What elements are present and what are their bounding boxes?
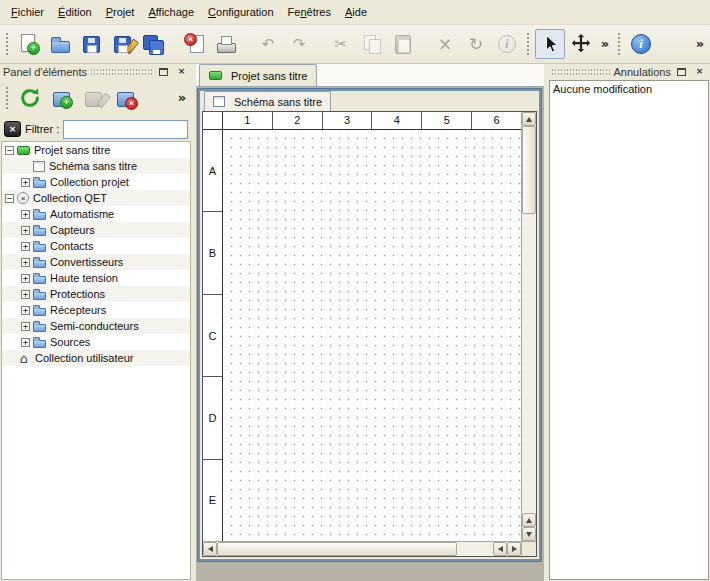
tree-item[interactable]: +Contacts bbox=[2, 238, 190, 254]
tree-item[interactable]: +Sources bbox=[2, 334, 190, 350]
row-ruler-label: B bbox=[203, 212, 222, 294]
tree-expander-minus[interactable]: − bbox=[5, 146, 14, 155]
copy-button bbox=[357, 29, 387, 59]
tree-item[interactable]: +Récepteurs bbox=[2, 302, 190, 318]
folder-icon bbox=[33, 276, 46, 284]
tree-item[interactable]: +Capteurs bbox=[2, 222, 190, 238]
dock-grip[interactable] bbox=[551, 67, 611, 76]
save-as-icon bbox=[111, 33, 133, 55]
rotate-button: ↻ bbox=[461, 29, 491, 59]
horizontal-scrollbar-track[interactable] bbox=[457, 542, 493, 556]
about-button[interactable] bbox=[626, 29, 656, 59]
schema-canvas[interactable] bbox=[223, 130, 521, 541]
scroll-left-button-2[interactable] bbox=[493, 542, 507, 556]
tree-item-label: Contacts bbox=[50, 240, 93, 252]
toolbar-drag-handle[interactable] bbox=[617, 32, 622, 56]
tree-item[interactable]: −×Collection QET bbox=[2, 190, 190, 206]
toolbar-drag-handle[interactable] bbox=[5, 86, 10, 110]
new-document-button[interactable] bbox=[14, 29, 44, 59]
scroll-right-button[interactable] bbox=[507, 542, 521, 556]
clear-filter-button[interactable]: × bbox=[4, 121, 21, 137]
close-document-button[interactable] bbox=[180, 29, 210, 59]
vertical-scrollbar[interactable] bbox=[521, 112, 536, 541]
save-all-button[interactable] bbox=[138, 29, 168, 59]
tree-item[interactable]: +Haute tension bbox=[2, 270, 190, 286]
mdi-area: Schéma sans titre 123456 AB bbox=[196, 87, 544, 581]
tree-expander-plus[interactable]: + bbox=[21, 210, 30, 219]
scroll-up-button-2[interactable] bbox=[522, 513, 536, 527]
tree-item-label: Projet sans titre bbox=[34, 144, 110, 156]
tree-item[interactable]: Schéma sans titre bbox=[2, 158, 190, 174]
open-document-button[interactable] bbox=[45, 29, 75, 59]
close-panel-button[interactable]: × bbox=[692, 65, 707, 78]
scroll-left-button[interactable] bbox=[203, 542, 217, 556]
tree-expander-plus[interactable]: + bbox=[21, 290, 30, 299]
close-panel-button[interactable]: × bbox=[174, 65, 189, 78]
undo-list: Aucune modification bbox=[549, 80, 709, 580]
filter-input[interactable] bbox=[63, 120, 188, 139]
folder-icon bbox=[33, 324, 46, 332]
scroll-down-button[interactable] bbox=[522, 527, 536, 541]
print-button[interactable] bbox=[211, 29, 241, 59]
toolbar-overflow-button[interactable]: » bbox=[597, 29, 613, 59]
float-panel-button[interactable] bbox=[674, 65, 689, 78]
toolbar-drag-handle[interactable] bbox=[526, 32, 531, 56]
menu-projet[interactable]: Projet bbox=[99, 2, 142, 22]
menu-fenetres[interactable]: Fenêtres bbox=[281, 2, 338, 22]
select-tool-button[interactable] bbox=[535, 29, 565, 59]
vertical-scrollbar-thumb[interactable] bbox=[522, 126, 536, 214]
tree-expander-plus[interactable]: + bbox=[21, 258, 30, 267]
save-button[interactable] bbox=[76, 29, 106, 59]
tree-expander-plus[interactable]: + bbox=[21, 322, 30, 331]
save-icon bbox=[80, 33, 102, 55]
schema-view: 123456 ABCDE bbox=[202, 111, 537, 557]
delete-icon: × bbox=[434, 33, 456, 55]
menu-edition[interactable]: Édition bbox=[51, 2, 99, 22]
tree-expander-plus[interactable]: + bbox=[21, 274, 30, 283]
tree-item[interactable]: +Semi-conducteurs bbox=[2, 318, 190, 334]
horizontal-scrollbar[interactable] bbox=[203, 541, 521, 556]
column-ruler: 123456 bbox=[223, 112, 521, 130]
toolbar-extension-button[interactable]: » bbox=[692, 29, 708, 59]
toolbar-drag-handle[interactable] bbox=[5, 32, 10, 56]
float-panel-button[interactable] bbox=[156, 65, 171, 78]
tree-item[interactable]: ⌂Collection utilisateur bbox=[2, 350, 190, 366]
tree-expander-plus[interactable]: + bbox=[21, 226, 30, 235]
new-element-button[interactable] bbox=[47, 83, 77, 113]
menu-bar: FichierÉditionProjetAffichageConfigurati… bbox=[0, 0, 710, 25]
undo-panel-titlebar: Annulations × bbox=[548, 64, 710, 79]
tree-expander-plus[interactable]: + bbox=[21, 178, 30, 187]
application-window: FichierÉditionProjetAffichageConfigurati… bbox=[0, 0, 710, 581]
dock-grip[interactable] bbox=[90, 67, 153, 76]
tree-expander-plus[interactable]: + bbox=[21, 306, 30, 315]
schema-tabbar: Schéma sans titre bbox=[200, 91, 539, 111]
tree-expander-minus[interactable]: − bbox=[5, 194, 14, 203]
tree-item[interactable]: −Projet sans titre bbox=[2, 142, 190, 158]
tree-item[interactable]: +Protections bbox=[2, 286, 190, 302]
save-as-button[interactable] bbox=[107, 29, 137, 59]
menu-fichier[interactable]: Fichier bbox=[4, 2, 51, 22]
left-arrow-icon bbox=[205, 546, 213, 552]
panel-toolbar-overflow-button[interactable]: » bbox=[174, 83, 190, 113]
folder-icon bbox=[33, 260, 46, 268]
scroll-up-button[interactable] bbox=[522, 112, 536, 126]
move-tool-button[interactable] bbox=[566, 29, 596, 59]
tree-expander-plus[interactable]: + bbox=[21, 242, 30, 251]
menu-configuration[interactable]: Configuration bbox=[201, 2, 280, 22]
tree-item[interactable]: +Convertisseurs bbox=[2, 254, 190, 270]
folder-icon bbox=[33, 244, 46, 252]
menu-affichage[interactable]: Affichage bbox=[141, 2, 201, 22]
project-tab[interactable]: Projet sans titre bbox=[199, 64, 317, 86]
delete-element-button[interactable] bbox=[111, 83, 141, 113]
horizontal-scrollbar-thumb[interactable] bbox=[217, 542, 457, 556]
vertical-scrollbar-track[interactable] bbox=[522, 214, 536, 513]
tree-item-label: Convertisseurs bbox=[50, 256, 123, 268]
tree-item[interactable]: +Collection projet bbox=[2, 174, 190, 190]
tree-item-label: Semi-conducteurs bbox=[50, 320, 139, 332]
reload-collections-button[interactable] bbox=[15, 83, 45, 113]
tree-expander-plus[interactable]: + bbox=[21, 338, 30, 347]
menu-aide[interactable]: Aide bbox=[338, 2, 374, 22]
tree-item[interactable]: +Automatisme bbox=[2, 206, 190, 222]
undo-button: ↶ bbox=[253, 29, 283, 59]
schema-tab[interactable]: Schéma sans titre bbox=[204, 91, 331, 111]
